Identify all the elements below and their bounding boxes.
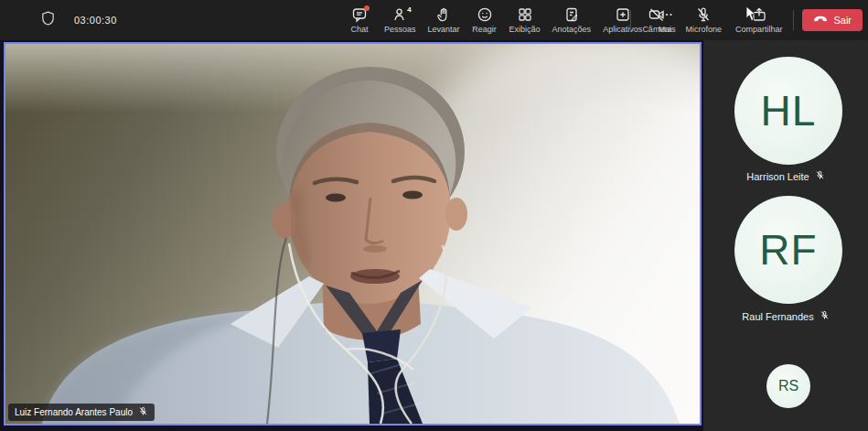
notes-icon [563,6,580,23]
people-button[interactable]: 4 Pessoas [381,0,419,40]
shield-icon [40,10,56,30]
camera-button[interactable]: Câmera [639,6,674,35]
leave-label: Sair [833,15,852,26]
meeting-info: 03:00:30 [0,0,117,40]
toolbar-divider [793,10,794,30]
toolbar-right-group: Câmera Microfone [630,0,863,40]
people-label: Pessoas [384,26,416,35]
people-count-badge: 4 [407,5,411,14]
main-video-tile[interactable]: Luiz Fernando Arantes Paulo [4,42,702,426]
view-grid-icon [517,6,533,23]
webcam-video-frame [5,44,700,424]
avatar-initials: RS [778,378,798,394]
camera-off-icon [648,6,666,23]
chat-label: Chat [350,26,368,35]
participant-avatar-hl[interactable]: HL [734,57,842,165]
mic-off-icon [695,6,712,23]
leave-button[interactable]: Sair [802,9,863,31]
toolbar-divider [630,10,631,30]
mic-muted-icon [815,170,825,182]
participants-panel: HL Harrison Leite RF Raul Fernandes [703,40,868,431]
raise-hand-label: Levantar [428,26,460,35]
avatar-initials: HL [761,86,817,135]
react-smiley-icon [477,6,493,23]
microphone-label: Microfone [685,26,722,35]
react-button[interactable]: Reagir [469,0,500,40]
avatar-initials: RF [759,225,817,275]
annotations-button[interactable]: Anotações [550,0,595,40]
chat-button[interactable]: Chat [344,0,375,40]
chat-notification-dot [364,5,370,11]
hangup-icon [813,14,828,27]
share-button[interactable]: Compartilhar [733,6,786,35]
annotations-label: Anotações [552,26,592,35]
apps-icon [615,6,631,23]
participant-row-raul: Raul Fernandes [703,310,868,322]
camera-label: Câmera [642,26,671,35]
people-icon [391,6,408,23]
meeting-timer: 03:00:30 [74,15,117,26]
mic-muted-icon [138,406,148,418]
meeting-toolbar: 03:00:30 Chat [0,0,868,40]
share-label: Compartilhar [735,26,783,35]
microphone-button[interactable]: Microfone [682,6,724,35]
mic-muted-icon [820,310,830,322]
react-label: Reagir [472,26,497,35]
teams-meeting-window: 03:00:30 Chat [0,0,868,431]
raise-hand-icon [435,6,452,23]
speaker-name: Luiz Fernando Arantes Paulo [15,407,133,417]
participant-avatar-rs[interactable]: RS [766,364,810,408]
participant-row-harrison: Harrison Leite [703,170,868,182]
participant-name: Raul Fernandes [742,311,813,322]
share-icon [751,6,767,23]
participant-name: Harrison Leite [746,171,809,182]
raise-hand-button[interactable]: Levantar [425,0,463,40]
speaker-name-label: Luiz Fernando Arantes Paulo [8,404,155,421]
view-button[interactable]: Exibição [507,0,543,40]
view-label: Exibição [509,26,541,35]
participant-avatar-rf[interactable]: RF [734,196,842,304]
